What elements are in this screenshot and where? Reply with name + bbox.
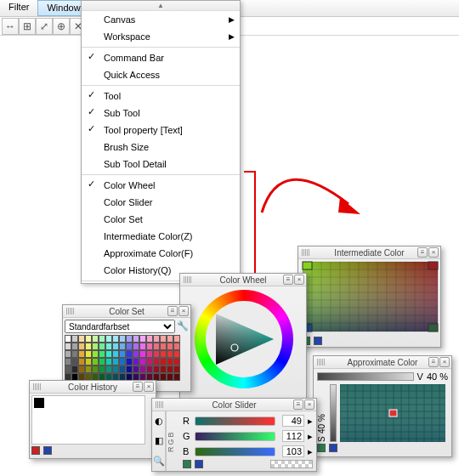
color-swatch[interactable] — [112, 358, 119, 366]
color-swatch[interactable] — [133, 343, 139, 350]
color-swatch[interactable] — [112, 366, 119, 373]
panel-close-button[interactable]: × — [428, 247, 439, 258]
intermediate-color-grid[interactable] — [298, 259, 442, 334]
color-swatch[interactable] — [65, 358, 71, 366]
color-swatch[interactable] — [112, 350, 119, 358]
menu-sub-tool-detail[interactable]: Sub Tool Detail — [82, 156, 240, 173]
menu-tool-property[interactable]: ✓ Tool property [Text] — [82, 122, 240, 139]
v-range-slider[interactable] — [317, 372, 414, 381]
color-swatch[interactable] — [139, 366, 146, 373]
color-swatch[interactable] — [92, 366, 99, 373]
panel-menu-button[interactable]: ≡ — [283, 275, 293, 285]
color-swatch[interactable] — [71, 366, 78, 373]
color-swatch[interactable] — [78, 366, 85, 373]
color-swatch[interactable] — [71, 335, 78, 343]
color-swatch[interactable] — [146, 343, 153, 350]
rgb-tab[interactable]: RGB — [166, 411, 178, 471]
color-swatch[interactable] — [105, 358, 112, 366]
color-swatch[interactable] — [105, 366, 112, 373]
color-swatch[interactable] — [99, 335, 105, 343]
color-swatch[interactable] — [112, 343, 119, 350]
color-swatch[interactable] — [85, 350, 92, 358]
menu-color-slider[interactable]: Color Slider — [82, 194, 240, 211]
color-swatch[interactable] — [85, 335, 92, 343]
color-swatch[interactable] — [78, 335, 85, 343]
color-swatch[interactable] — [105, 335, 112, 343]
panel-close-button[interactable]: × — [178, 306, 189, 316]
color-swatch[interactable] — [126, 350, 133, 358]
color-swatch[interactable] — [160, 373, 167, 381]
panel-close-button[interactable]: × — [294, 275, 304, 285]
color-swatch[interactable] — [105, 350, 112, 358]
grip-icon[interactable] — [317, 359, 326, 366]
color-swatch[interactable] — [65, 335, 71, 343]
color-swatch[interactable] — [146, 358, 153, 366]
color-swatch[interactable] — [173, 350, 180, 358]
color-swatch[interactable] — [126, 335, 133, 343]
menu-canvas[interactable]: Canvas ▶ — [82, 11, 240, 28]
tab-icon[interactable]: ◐ — [152, 411, 166, 431]
menu-quick-access[interactable]: Quick Access — [82, 66, 240, 83]
r-value[interactable]: 49 — [282, 415, 304, 427]
color-set-swatches[interactable] — [65, 335, 189, 381]
color-swatch[interactable] — [119, 343, 126, 350]
color-swatch[interactable] — [160, 366, 167, 373]
panel-menu-button[interactable]: ≡ — [293, 400, 303, 410]
swatch[interactable] — [31, 446, 40, 455]
color-swatch[interactable] — [71, 350, 78, 358]
menu-color-set[interactable]: Color Set — [82, 211, 240, 228]
color-swatch[interactable] — [173, 343, 180, 350]
color-swatch[interactable] — [85, 343, 92, 350]
color-swatch[interactable] — [153, 350, 160, 358]
color-swatch[interactable] — [85, 366, 92, 373]
b-value[interactable]: 103 — [282, 445, 304, 457]
color-swatch[interactable] — [71, 343, 78, 350]
grip-icon[interactable] — [302, 249, 310, 256]
menu-workspace[interactable]: Workspace ▶ — [82, 28, 240, 45]
menu-filter[interactable]: Filter — [0, 0, 37, 16]
color-swatch[interactable] — [133, 358, 139, 366]
swatch[interactable] — [317, 444, 326, 452]
color-swatch[interactable] — [139, 350, 146, 358]
color-swatch[interactable] — [167, 358, 173, 366]
color-swatch[interactable] — [119, 335, 126, 343]
menu-intermediate-color[interactable]: Intermediate Color(Z) — [82, 228, 240, 245]
color-swatch[interactable] — [71, 358, 78, 366]
swatch[interactable] — [183, 460, 191, 468]
stepper-icon[interactable]: ▸ — [308, 446, 313, 457]
color-swatch[interactable] — [167, 350, 173, 358]
toolbar-btn-2[interactable]: ⊞ — [19, 18, 36, 35]
b-slider[interactable] — [195, 447, 275, 456]
color-swatch[interactable] — [105, 343, 112, 350]
color-swatch[interactable] — [139, 343, 146, 350]
g-slider[interactable] — [195, 432, 275, 441]
toolbar-btn-1[interactable]: ↔ — [2, 18, 19, 35]
color-swatch[interactable] — [173, 373, 180, 381]
color-swatch[interactable] — [160, 350, 167, 358]
panel-menu-button[interactable]: ≡ — [133, 382, 143, 392]
r-slider[interactable] — [195, 416, 275, 426]
swatch[interactable] — [329, 444, 337, 452]
color-set-options-button[interactable]: 🔧 — [177, 320, 189, 332]
g-value[interactable]: 112 — [282, 430, 304, 442]
stepper-icon[interactable]: ▸ — [308, 416, 313, 427]
color-swatch[interactable] — [85, 358, 92, 366]
color-swatch[interactable] — [153, 366, 160, 373]
s-range-slider[interactable] — [330, 384, 337, 442]
color-swatch[interactable] — [167, 366, 173, 373]
color-swatch[interactable] — [160, 358, 167, 366]
toolbar-btn-4[interactable]: ⊕ — [53, 18, 70, 35]
color-swatch[interactable] — [146, 350, 153, 358]
color-swatch[interactable] — [126, 358, 133, 366]
menu-approximate-color[interactable]: Approximate Color(F) — [82, 245, 240, 262]
color-swatch[interactable] — [126, 366, 133, 373]
color-swatch[interactable] — [139, 358, 146, 366]
tab-icon[interactable]: 🔍 — [152, 451, 166, 471]
color-swatch[interactable] — [173, 335, 180, 343]
color-swatch[interactable] — [92, 350, 99, 358]
swatch[interactable] — [195, 460, 203, 468]
color-swatch[interactable] — [126, 343, 133, 350]
color-swatch[interactable] — [153, 343, 160, 350]
menu-color-wheel[interactable]: ✓ Color Wheel — [82, 177, 240, 194]
color-swatch[interactable] — [133, 335, 139, 343]
